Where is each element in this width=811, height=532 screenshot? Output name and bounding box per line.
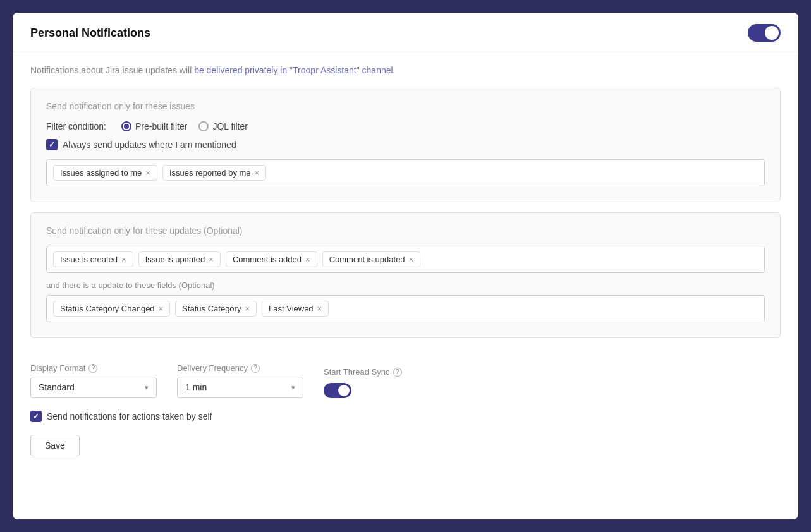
tag-comment-added: Comment is added × <box>226 251 317 267</box>
radio-prebuilt-label: Pre-built filter <box>135 121 187 131</box>
updates-section-label: Send notification only for these updates… <box>46 226 765 236</box>
save-section: Save <box>13 435 798 474</box>
tag-status-category-remove[interactable]: × <box>245 305 250 313</box>
radio-jql-circle[interactable] <box>198 121 209 131</box>
page-title: Personal Notifications <box>30 27 150 40</box>
radio-group: Pre-built filter JQL filter <box>121 121 248 131</box>
tag-reported-by-me: Issues reported by me × <box>162 165 266 181</box>
tag-last-viewed: Last Viewed × <box>262 301 329 317</box>
tag-comment-updated-label: Comment is updated <box>329 255 405 264</box>
thread-sync-toggle[interactable] <box>324 383 351 398</box>
tag-status-category-changed-label: Status Category Changed <box>60 304 155 313</box>
info-text-part2: be delivered privately in "Troopr Assist… <box>194 65 395 75</box>
always-send-label: Always send updates where I am mentioned <box>63 140 236 150</box>
delivery-frequency-label: Delivery Frequency ? <box>177 363 303 373</box>
updates-section-box: Send notification only for these updates… <box>30 212 781 338</box>
tag-issue-updated-label: Issue is updated <box>145 255 205 264</box>
tag-issue-created-label: Issue is created <box>60 255 118 264</box>
start-thread-sync-label-text: Start Thread Sync <box>324 367 390 377</box>
info-text-part1: Notifications about Jira issue updates w… <box>30 65 192 75</box>
display-format-chevron: ▾ <box>145 384 149 392</box>
main-toggle[interactable] <box>748 24 781 42</box>
filter-section-box: Send notification only for these issues … <box>30 88 781 202</box>
tag-issue-updated: Issue is updated × <box>138 251 221 267</box>
tag-assigned-remove[interactable]: × <box>145 169 150 177</box>
tag-comment-updated-remove[interactable]: × <box>409 255 414 263</box>
start-thread-sync-group: Start Thread Sync ? <box>324 367 402 398</box>
tag-reported-label: Issues reported by me <box>169 168 251 178</box>
display-format-label: Display Format ? <box>30 363 157 373</box>
delivery-frequency-chevron: ▾ <box>291 384 295 392</box>
header: Personal Notifications <box>13 13 798 52</box>
display-format-help-icon[interactable]: ? <box>88 364 97 373</box>
fields-sub-label: and there is a update to these fields (O… <box>46 281 765 290</box>
display-format-label-text: Display Format <box>30 363 85 373</box>
start-thread-sync-label: Start Thread Sync ? <box>324 367 402 377</box>
tag-status-category: Status Category × <box>175 301 257 317</box>
info-text: Notifications about Jira issue updates w… <box>13 52 798 82</box>
self-notif-checkbox[interactable] <box>30 411 42 422</box>
always-send-checkbox[interactable] <box>46 139 58 150</box>
delivery-frequency-group: Delivery Frequency ? 1 min ▾ <box>177 363 303 398</box>
radio-jql-label: JQL filter <box>212 121 248 131</box>
tag-status-category-label: Status Category <box>182 304 241 313</box>
tag-issue-created: Issue is created × <box>53 251 133 267</box>
always-send-row: Always send updates where I am mentioned <box>46 139 765 150</box>
display-format-group: Display Format ? Standard ▾ <box>30 363 157 398</box>
radio-jql[interactable]: JQL filter <box>198 121 248 131</box>
tag-last-viewed-label: Last Viewed <box>269 304 314 313</box>
field-tags-container: Status Category Changed × Status Categor… <box>46 295 765 322</box>
tag-comment-updated: Comment is updated × <box>322 251 421 267</box>
tag-issue-updated-remove[interactable]: × <box>209 255 214 263</box>
radio-prebuilt[interactable]: Pre-built filter <box>121 121 187 131</box>
filter-condition-row: Filter condition: Pre-built filter JQL f… <box>46 121 765 131</box>
tag-assigned-label: Issues assigned to me <box>60 168 142 178</box>
tag-issue-created-remove[interactable]: × <box>121 255 126 263</box>
tag-status-category-changed: Status Category Changed × <box>53 301 170 317</box>
delivery-frequency-label-text: Delivery Frequency <box>177 363 248 373</box>
delivery-frequency-select[interactable]: 1 min ▾ <box>177 377 303 398</box>
tag-assigned-to-me: Issues assigned to me × <box>53 165 157 181</box>
filter-section-label: Send notification only for these issues <box>46 101 765 111</box>
filter-condition-label: Filter condition: <box>46 121 106 131</box>
display-format-value: Standard <box>39 382 75 392</box>
bottom-section: Display Format ? Standard ▾ Delivery Fre… <box>13 348 798 411</box>
tag-comment-added-remove[interactable]: × <box>305 255 310 263</box>
radio-prebuilt-circle[interactable] <box>121 121 131 131</box>
tag-reported-remove[interactable]: × <box>255 169 260 177</box>
update-tags-container: Issue is created × Issue is updated × Co… <box>46 246 765 273</box>
self-notif-label: Send notifications for actions taken by … <box>47 411 212 421</box>
tag-status-category-changed-remove[interactable]: × <box>159 305 164 313</box>
save-button[interactable]: Save <box>30 435 80 456</box>
tag-last-viewed-remove[interactable]: × <box>317 305 322 313</box>
delivery-frequency-value: 1 min <box>185 382 207 392</box>
display-format-select[interactable]: Standard ▾ <box>30 377 157 398</box>
filter-tags-container: Issues assigned to me × Issues reported … <box>46 159 765 186</box>
start-thread-sync-help-icon[interactable]: ? <box>393 368 402 377</box>
tag-comment-added-label: Comment is added <box>233 255 302 264</box>
self-notif-row: Send notifications for actions taken by … <box>13 411 798 435</box>
main-card: Personal Notifications Notifications abo… <box>13 13 798 519</box>
delivery-frequency-help-icon[interactable]: ? <box>251 364 260 373</box>
